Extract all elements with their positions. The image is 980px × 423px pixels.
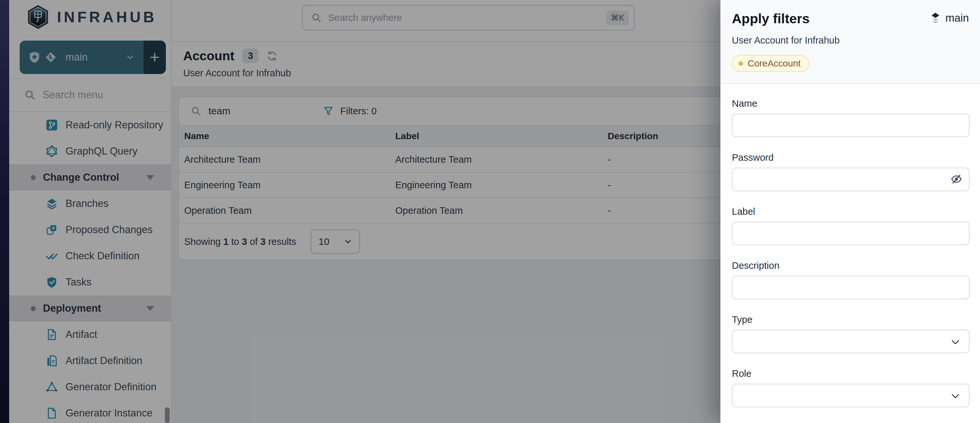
role-field-label: Role <box>732 368 969 379</box>
branch-layers-icon <box>929 12 941 24</box>
label-field[interactable] <box>732 222 969 245</box>
type-field-label: Type <box>732 314 969 325</box>
eye-off-icon <box>950 173 962 185</box>
toggle-password-visibility-button[interactable] <box>950 173 962 185</box>
kind-badge-label: CoreAccount <box>748 58 801 69</box>
field-group-label: Label <box>732 206 969 245</box>
field-group-password: Password <box>732 152 969 191</box>
label-field-label: Label <box>732 206 969 217</box>
drawer-header: Apply filters main User Account for Infr… <box>721 0 980 84</box>
field-group-role: Role <box>732 368 969 407</box>
type-select[interactable] <box>732 330 969 353</box>
role-select[interactable] <box>732 384 969 407</box>
password-field[interactable] <box>732 168 969 191</box>
badge-dot-icon <box>738 61 743 66</box>
drawer-subtitle: User Account for Infrahub <box>732 35 969 46</box>
description-field-label: Description <box>732 260 969 271</box>
drawer-branch-label: main <box>945 12 969 24</box>
app-window: INFRAHUB main <box>0 0 980 423</box>
drawer-body: Name Password <box>721 84 980 407</box>
field-group-type: Type <box>732 314 969 353</box>
field-group-description: Description <box>732 260 969 299</box>
drawer-title: Apply filters <box>732 11 810 27</box>
field-group-name: Name <box>732 98 969 137</box>
description-field[interactable] <box>732 276 969 299</box>
drawer-branch-indicator: main <box>929 12 969 24</box>
password-field-label: Password <box>732 152 969 163</box>
apply-filters-drawer: Apply filters main User Account for Infr… <box>721 0 980 423</box>
kind-badge: CoreAccount <box>732 55 809 72</box>
name-field[interactable] <box>732 114 969 137</box>
name-field-label: Name <box>732 98 969 109</box>
